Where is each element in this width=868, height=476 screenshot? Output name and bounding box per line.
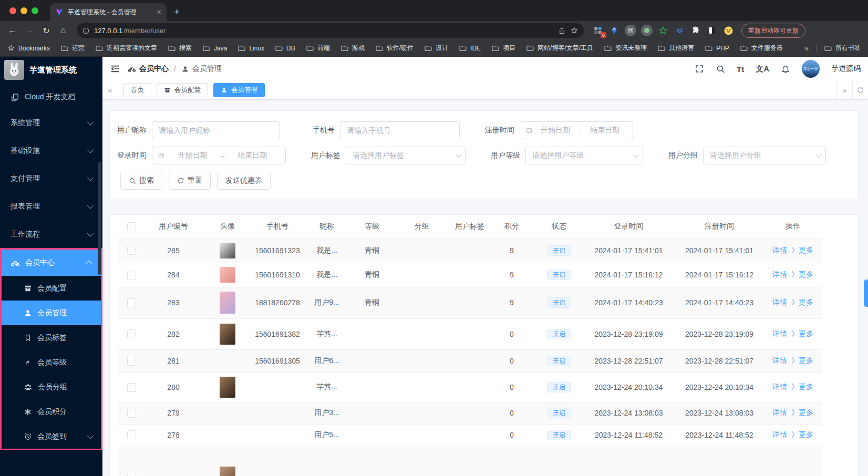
- send-coupon-button[interactable]: 发送优惠券: [217, 172, 271, 190]
- puzzle-extension-icon[interactable]: [690, 25, 701, 36]
- drawer-handle[interactable]: [864, 280, 868, 307]
- detail-link[interactable]: 详情: [772, 329, 787, 338]
- bookmark-folder[interactable]: PHP: [705, 44, 729, 53]
- row-checkbox[interactable]: [127, 329, 136, 338]
- forward-button[interactable]: →: [22, 23, 37, 38]
- detail-link[interactable]: 详情: [772, 430, 787, 439]
- row-checkbox[interactable]: [127, 246, 136, 255]
- home-button[interactable]: ⌂: [56, 23, 70, 38]
- bookmark-folder[interactable]: 软件/硬件: [375, 44, 414, 53]
- more-link[interactable]: 》更多: [791, 270, 813, 278]
- bookmark-star-icon[interactable]: [570, 26, 578, 35]
- login-time-range[interactable]: 开始日期 – 结束日期: [152, 147, 286, 164]
- sidebar-item-member-point[interactable]: 会员积分: [2, 399, 101, 424]
- locale-icon[interactable]: 文A: [756, 64, 769, 74]
- more-link[interactable]: 》更多: [791, 246, 813, 254]
- sidebar-group[interactable]: 支付管理: [0, 164, 102, 192]
- sidebar-item-member-center[interactable]: 会员中心: [2, 250, 101, 276]
- sidebar-item-member-group[interactable]: 会员分组: [2, 375, 101, 399]
- detail-link[interactable]: 详情: [772, 382, 787, 391]
- more-link[interactable]: 》更多: [791, 382, 813, 391]
- sidebar-group[interactable]: 基础设施: [0, 137, 102, 164]
- extension-icon[interactable]: 6: [592, 25, 604, 36]
- user-group-select[interactable]: 请选择用户分组: [703, 147, 826, 164]
- select-all-checkbox[interactable]: [127, 222, 136, 231]
- extension-icon[interactable]: [674, 25, 685, 36]
- extension-icon[interactable]: [706, 25, 718, 36]
- sidebar-group[interactable]: 工作流程: [0, 220, 102, 248]
- emoji-extension-icon[interactable]: [722, 25, 734, 36]
- site-info-icon[interactable]: [82, 27, 90, 35]
- all-bookmarks-folder[interactable]: 所有书签: [824, 44, 861, 53]
- bookmark-folder[interactable]: DB: [275, 44, 295, 53]
- breadcrumb-member-user[interactable]: 会员管理: [181, 64, 222, 74]
- bookmark-folder[interactable]: 游戏: [340, 44, 365, 53]
- bookmark-folder[interactable]: 文件服务器: [740, 44, 783, 53]
- reload-button[interactable]: ↻: [39, 23, 54, 38]
- new-tab-button[interactable]: +: [174, 6, 180, 18]
- browser-tab[interactable]: 芋道管理系统 - 会员管理 ×: [50, 3, 167, 21]
- row-checkbox[interactable]: [127, 298, 136, 307]
- extension-icon[interactable]: ⌘: [625, 25, 636, 36]
- breadcrumb-member-center[interactable]: 会员中心: [128, 64, 169, 74]
- user-avatar[interactable]: 文心一言: [802, 60, 820, 78]
- extension-icon[interactable]: [608, 25, 620, 36]
- reset-button[interactable]: 重置: [169, 172, 211, 190]
- bookmark-folder[interactable]: Java: [202, 44, 227, 53]
- detail-link[interactable]: 详情: [772, 408, 787, 417]
- sidebar-item-member-sign[interactable]: 会员签到: [2, 424, 101, 449]
- extension-icon[interactable]: [657, 25, 669, 36]
- bookmarks-overflow-chevron[interactable]: »: [804, 44, 809, 53]
- row-checkbox[interactable]: [127, 357, 136, 366]
- sidebar-item-member-user[interactable]: 会员管理: [2, 301, 101, 325]
- bookmark-folder[interactable]: 资讯未整理: [604, 44, 647, 53]
- sidebar-scrollbar[interactable]: [98, 162, 101, 275]
- bookmark-folder[interactable]: IDE: [459, 44, 481, 53]
- share-icon[interactable]: [558, 27, 566, 35]
- sidebar-group[interactable]: 报表管理: [0, 192, 102, 220]
- extension-icon[interactable]: [641, 25, 653, 36]
- detail-link[interactable]: 详情: [772, 298, 787, 306]
- tabs-refresh-icon[interactable]: [852, 81, 868, 99]
- sidebar-item-cloud-doc[interactable]: Cloud 开发文档: [0, 86, 102, 109]
- sidebar-item-member-level[interactable]: 会员等级: [2, 350, 101, 375]
- row-checkbox[interactable]: [127, 383, 136, 392]
- search-button[interactable]: 搜索: [120, 172, 162, 190]
- notification-bell-icon[interactable]: [781, 64, 790, 74]
- more-link[interactable]: 》更多: [791, 408, 813, 417]
- bookmark-folder[interactable]: 设计: [424, 44, 448, 53]
- bookmark-folder[interactable]: 运营: [60, 44, 85, 53]
- row-checkbox[interactable]: [127, 409, 136, 418]
- detail-link[interactable]: 详情: [772, 246, 787, 254]
- row-checkbox[interactable]: [127, 271, 136, 280]
- more-link[interactable]: 》更多: [791, 329, 813, 338]
- tab-member-user[interactable]: 会员管理: [213, 83, 265, 97]
- detail-link[interactable]: 详情: [772, 270, 787, 278]
- maximize-window-button[interactable]: [32, 7, 38, 14]
- more-link[interactable]: 》更多: [791, 356, 813, 365]
- user-level-select[interactable]: 请选择用户等级: [525, 147, 643, 164]
- bookmark-folder[interactable]: 搜索: [168, 44, 192, 53]
- sidebar-item-member-config[interactable]: 会员配置: [2, 276, 101, 301]
- more-link[interactable]: 》更多: [791, 430, 813, 439]
- row-checkbox[interactable]: [127, 473, 136, 476]
- row-checkbox[interactable]: [127, 430, 136, 439]
- user-tag-select[interactable]: 请选择用户标签: [346, 147, 466, 164]
- browser-update-button[interactable]: 重新启动即可更新: [741, 24, 805, 38]
- font-size-icon[interactable]: Tt: [737, 65, 744, 74]
- tab-member-config[interactable]: 会员配置: [157, 83, 208, 97]
- sidebar-group[interactable]: 系统管理: [0, 109, 102, 137]
- bookmark-folder[interactable]: 前端: [306, 44, 330, 53]
- fullscreen-icon[interactable]: [695, 64, 704, 74]
- more-link[interactable]: 》更多: [791, 298, 813, 306]
- search-icon[interactable]: [716, 64, 725, 74]
- tabs-scroll-right[interactable]: »: [836, 81, 852, 99]
- register-time-range[interactable]: 开始日期 – 结束日期: [520, 121, 633, 139]
- bookmark-folder[interactable]: 其他语言: [657, 44, 694, 53]
- mobile-input[interactable]: [340, 121, 460, 139]
- tab-close-icon[interactable]: ×: [157, 8, 161, 16]
- detail-link[interactable]: 详情: [772, 356, 787, 365]
- bookmark-folder[interactable]: 近期需要读的文章: [95, 44, 157, 53]
- bookmark-folder[interactable]: Linux: [237, 44, 264, 53]
- collapse-menu-icon[interactable]: [110, 64, 120, 74]
